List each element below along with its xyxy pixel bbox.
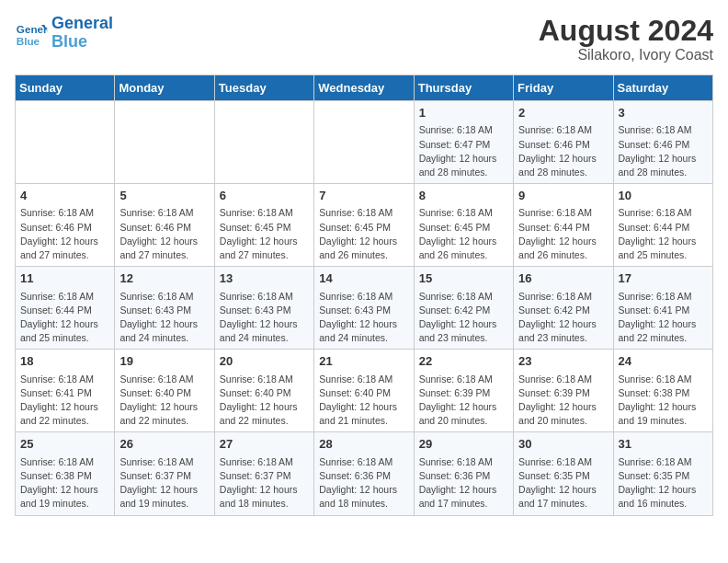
table-row: 26Sunrise: 6:18 AM Sunset: 6:37 PM Dayli…	[115, 432, 214, 515]
table-row: 2Sunrise: 6:18 AM Sunset: 6:46 PM Daylig…	[514, 101, 613, 184]
col-thursday: Thursday	[414, 75, 513, 101]
table-row	[314, 101, 414, 184]
day-info: Sunrise: 6:18 AM Sunset: 6:35 PM Dayligh…	[619, 455, 708, 511]
day-info: Sunrise: 6:18 AM Sunset: 6:44 PM Dayligh…	[20, 290, 109, 346]
col-saturday: Saturday	[613, 75, 712, 101]
day-number: 31	[619, 436, 708, 453]
table-row: 15Sunrise: 6:18 AM Sunset: 6:42 PM Dayli…	[414, 267, 513, 350]
day-info: Sunrise: 6:18 AM Sunset: 6:45 PM Dayligh…	[419, 206, 508, 262]
day-number: 18	[20, 353, 109, 370]
table-row: 6Sunrise: 6:18 AM Sunset: 6:45 PM Daylig…	[214, 184, 313, 267]
day-info: Sunrise: 6:18 AM Sunset: 6:42 PM Dayligh…	[419, 290, 508, 346]
day-number: 12	[119, 270, 209, 287]
calendar-week-row: 18Sunrise: 6:18 AM Sunset: 6:41 PM Dayli…	[16, 350, 713, 432]
day-number: 4	[20, 188, 109, 204]
table-row: 21Sunrise: 6:18 AM Sunset: 6:40 PM Dayli…	[314, 350, 414, 432]
day-number: 29	[419, 436, 508, 453]
table-row: 5Sunrise: 6:18 AM Sunset: 6:46 PM Daylig…	[115, 184, 214, 267]
day-info: Sunrise: 6:18 AM Sunset: 6:35 PM Dayligh…	[518, 455, 608, 511]
day-number: 19	[119, 353, 209, 370]
day-number: 20	[220, 353, 309, 370]
logo: General Blue General Blue	[15, 15, 113, 52]
svg-text:General: General	[17, 23, 48, 35]
logo-text: General Blue	[51, 15, 113, 52]
day-number: 10	[619, 188, 708, 204]
day-number: 1	[419, 105, 508, 121]
day-info: Sunrise: 6:18 AM Sunset: 6:41 PM Dayligh…	[619, 290, 708, 346]
day-number: 11	[20, 270, 109, 287]
table-row: 9Sunrise: 6:18 AM Sunset: 6:44 PM Daylig…	[514, 184, 613, 267]
day-info: Sunrise: 6:18 AM Sunset: 6:45 PM Dayligh…	[319, 206, 408, 262]
day-info: Sunrise: 6:18 AM Sunset: 6:37 PM Dayligh…	[220, 455, 309, 511]
table-row: 14Sunrise: 6:18 AM Sunset: 6:43 PM Dayli…	[314, 267, 414, 350]
logo-icon: General Blue	[15, 17, 48, 50]
table-row: 18Sunrise: 6:18 AM Sunset: 6:41 PM Dayli…	[16, 350, 115, 432]
day-info: Sunrise: 6:18 AM Sunset: 6:45 PM Dayligh…	[220, 206, 309, 262]
page-header: General Blue General Blue August 2024 Si…	[15, 15, 713, 63]
day-number: 22	[419, 353, 508, 370]
day-info: Sunrise: 6:18 AM Sunset: 6:40 PM Dayligh…	[319, 373, 408, 429]
day-info: Sunrise: 6:18 AM Sunset: 6:36 PM Dayligh…	[319, 455, 408, 511]
day-info: Sunrise: 6:18 AM Sunset: 6:47 PM Dayligh…	[419, 123, 508, 179]
day-info: Sunrise: 6:18 AM Sunset: 6:38 PM Dayligh…	[619, 373, 708, 429]
table-row: 8Sunrise: 6:18 AM Sunset: 6:45 PM Daylig…	[414, 184, 513, 267]
day-info: Sunrise: 6:18 AM Sunset: 6:43 PM Dayligh…	[119, 290, 209, 346]
day-number: 6	[220, 188, 309, 204]
col-friday: Friday	[514, 75, 613, 101]
day-number: 17	[619, 270, 708, 287]
calendar-week-row: 1Sunrise: 6:18 AM Sunset: 6:47 PM Daylig…	[16, 101, 713, 184]
day-info: Sunrise: 6:18 AM Sunset: 6:44 PM Dayligh…	[518, 206, 608, 262]
day-info: Sunrise: 6:18 AM Sunset: 6:36 PM Dayligh…	[419, 455, 508, 511]
table-row: 20Sunrise: 6:18 AM Sunset: 6:40 PM Dayli…	[214, 350, 313, 432]
table-row: 19Sunrise: 6:18 AM Sunset: 6:40 PM Dayli…	[115, 350, 214, 432]
day-number: 3	[619, 105, 708, 121]
table-row: 30Sunrise: 6:18 AM Sunset: 6:35 PM Dayli…	[514, 432, 613, 515]
day-info: Sunrise: 6:18 AM Sunset: 6:44 PM Dayligh…	[619, 206, 708, 262]
col-monday: Monday	[115, 75, 214, 101]
day-number: 16	[518, 270, 608, 287]
day-number: 21	[319, 353, 408, 370]
col-wednesday: Wednesday	[314, 75, 414, 101]
table-row: 25Sunrise: 6:18 AM Sunset: 6:38 PM Dayli…	[16, 432, 115, 515]
day-info: Sunrise: 6:18 AM Sunset: 6:41 PM Dayligh…	[20, 373, 109, 429]
day-number: 7	[319, 188, 408, 204]
table-row: 12Sunrise: 6:18 AM Sunset: 6:43 PM Dayli…	[115, 267, 214, 350]
day-info: Sunrise: 6:18 AM Sunset: 6:46 PM Dayligh…	[20, 206, 109, 262]
calendar-week-row: 25Sunrise: 6:18 AM Sunset: 6:38 PM Dayli…	[16, 432, 713, 515]
day-number: 2	[518, 105, 608, 121]
table-row: 1Sunrise: 6:18 AM Sunset: 6:47 PM Daylig…	[414, 101, 513, 184]
calendar-table: Sunday Monday Tuesday Wednesday Thursday…	[15, 75, 713, 515]
day-number: 24	[619, 353, 708, 370]
day-info: Sunrise: 6:18 AM Sunset: 6:40 PM Dayligh…	[119, 373, 209, 429]
day-number: 8	[419, 188, 508, 204]
title-block: August 2024 Silakoro, Ivory Coast	[539, 15, 713, 63]
day-info: Sunrise: 6:18 AM Sunset: 6:39 PM Dayligh…	[419, 373, 508, 429]
table-row	[115, 101, 214, 184]
day-number: 13	[220, 270, 309, 287]
table-row: 27Sunrise: 6:18 AM Sunset: 6:37 PM Dayli…	[214, 432, 313, 515]
table-row: 13Sunrise: 6:18 AM Sunset: 6:43 PM Dayli…	[214, 267, 313, 350]
table-row: 3Sunrise: 6:18 AM Sunset: 6:46 PM Daylig…	[613, 101, 712, 184]
table-row: 16Sunrise: 6:18 AM Sunset: 6:42 PM Dayli…	[514, 267, 613, 350]
month-year-title: August 2024	[539, 15, 713, 47]
day-info: Sunrise: 6:18 AM Sunset: 6:38 PM Dayligh…	[20, 455, 109, 511]
day-number: 28	[319, 436, 408, 453]
day-number: 9	[518, 188, 608, 204]
day-info: Sunrise: 6:18 AM Sunset: 6:43 PM Dayligh…	[319, 290, 408, 346]
day-number: 23	[518, 353, 608, 370]
table-row: 31Sunrise: 6:18 AM Sunset: 6:35 PM Dayli…	[613, 432, 712, 515]
table-row: 28Sunrise: 6:18 AM Sunset: 6:36 PM Dayli…	[314, 432, 414, 515]
day-number: 14	[319, 270, 408, 287]
col-tuesday: Tuesday	[214, 75, 313, 101]
table-row: 7Sunrise: 6:18 AM Sunset: 6:45 PM Daylig…	[314, 184, 414, 267]
day-info: Sunrise: 6:18 AM Sunset: 6:46 PM Dayligh…	[119, 206, 209, 262]
calendar-week-row: 11Sunrise: 6:18 AM Sunset: 6:44 PM Dayli…	[16, 267, 713, 350]
table-row: 22Sunrise: 6:18 AM Sunset: 6:39 PM Dayli…	[414, 350, 513, 432]
table-row	[214, 101, 313, 184]
day-number: 26	[119, 436, 209, 453]
day-info: Sunrise: 6:18 AM Sunset: 6:46 PM Dayligh…	[518, 123, 608, 179]
day-number: 5	[119, 188, 209, 204]
table-row: 11Sunrise: 6:18 AM Sunset: 6:44 PM Dayli…	[16, 267, 115, 350]
day-number: 25	[20, 436, 109, 453]
table-row: 23Sunrise: 6:18 AM Sunset: 6:39 PM Dayli…	[514, 350, 613, 432]
